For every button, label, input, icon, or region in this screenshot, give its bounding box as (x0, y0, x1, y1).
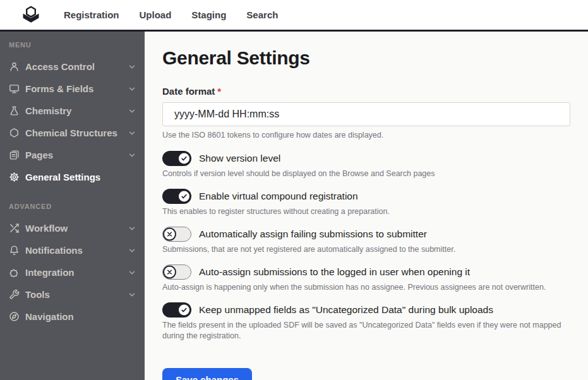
date-format-label: Date format (162, 86, 215, 97)
required-asterisk: * (217, 86, 221, 97)
toggle-virtual-compound-registration: Enable virtual compound registration Thi… (162, 189, 570, 217)
sidebar-section-advanced: ADVANCED (0, 203, 145, 210)
toggle-switch[interactable] (162, 189, 191, 204)
toggle-knob (163, 228, 176, 241)
toggle-knob (163, 265, 176, 278)
toggle-label: Keep unmapped fields as "Uncategorized D… (199, 304, 493, 316)
sidebar-item-tools[interactable]: Tools (0, 283, 145, 306)
toggle-help: Auto-assign is happening only when the s… (162, 282, 570, 293)
nav-item-registration[interactable]: Registration (64, 9, 119, 20)
sidebar-item-label: Chemistry (25, 105, 71, 116)
monitor-icon (9, 83, 20, 94)
sidebar-item-label: Integration (25, 267, 75, 278)
toggle-label: Automatically assign failing submissions… (199, 229, 427, 240)
sidebar-item-notifications[interactable]: Notifications (0, 239, 145, 261)
toggle-switch[interactable] (162, 302, 191, 318)
date-format-field: Date format * Use the ISO 8601 tokens to… (162, 86, 570, 140)
sidebar-item-workflow[interactable]: Workflow (0, 217, 145, 239)
date-format-input[interactable] (162, 102, 570, 126)
x-icon (166, 231, 173, 238)
toggle-auto-assign-on-open: Auto-assign submissions to the logged in… (162, 264, 570, 293)
sidebar-item-label: Forms & Fields (25, 83, 93, 94)
sidebar-item-label: Chemical Structures (25, 128, 117, 138)
pages-icon (9, 150, 20, 160)
top-navbar: Registration Upload Staging Search (0, 0, 588, 32)
sidebar-item-label: Access Control (25, 61, 95, 72)
chevron-down-icon (128, 151, 136, 160)
toggle-help: The fields present in the uploaded SDF w… (162, 320, 570, 341)
sidebar-item-label: Workflow (25, 223, 68, 234)
toggle-auto-assign-failing-submissions: Automatically assign failing submissions… (162, 227, 570, 255)
check-icon (181, 306, 188, 313)
bell-icon (9, 245, 20, 256)
toggle-help: This enables to register structures with… (162, 206, 570, 217)
compass-icon (9, 311, 20, 322)
hexagon-box-logo[interactable] (21, 4, 41, 26)
sidebar-item-integration[interactable]: Integration (0, 261, 145, 283)
sidebar-item-label: General Settings (25, 172, 100, 182)
save-changes-button[interactable]: Save changes (162, 368, 252, 380)
sidebar-item-label: Tools (25, 289, 50, 300)
sidebar-item-forms-fields[interactable]: Forms & Fields (0, 78, 145, 100)
chevron-down-icon (128, 85, 136, 93)
sidebar-item-label: Navigation (25, 311, 74, 322)
sidebar-item-navigation[interactable]: Navigation (0, 306, 145, 328)
chevron-down-icon (128, 129, 136, 138)
sidebar-section-menu: MENU (0, 41, 145, 49)
sidebar: MENU Access Control Forms (0, 32, 145, 380)
toggle-label: Enable virtual compound registration (199, 191, 358, 202)
page-title: General Settings (162, 47, 570, 69)
toggle-show-version-level: Show version level Controls if version l… (162, 151, 570, 179)
check-icon (181, 193, 188, 200)
chevron-down-icon (128, 268, 136, 277)
toggle-knob (177, 190, 191, 203)
shuffle-icon (9, 223, 20, 234)
main-content: General Settings Date format * Use the I… (145, 32, 588, 380)
toggle-label: Auto-assign submissions to the logged in… (199, 266, 470, 278)
toggle-switch[interactable] (162, 264, 191, 280)
chevron-down-icon (128, 62, 136, 71)
chevron-down-icon (128, 224, 136, 233)
gear-icon (9, 172, 20, 182)
user-icon (9, 61, 20, 72)
toggle-help: Submissions, that are not yet registered… (162, 244, 570, 255)
toggle-knob (177, 152, 191, 165)
toggle-label: Show version level (199, 153, 280, 164)
toggle-help: Controls if version level should be disp… (162, 169, 570, 179)
nav-item-search[interactable]: Search (246, 9, 278, 20)
sidebar-item-label: Notifications (25, 245, 83, 256)
x-icon (166, 268, 173, 275)
chevron-down-icon (128, 107, 136, 116)
toggle-keep-unmapped-fields: Keep unmapped fields as "Uncategorized D… (162, 302, 570, 341)
sidebar-item-general-settings[interactable]: General Settings (0, 166, 145, 188)
sidebar-item-pages[interactable]: Pages (0, 144, 145, 166)
app-window: Registration Upload Staging Search MENU … (0, 0, 588, 380)
flask-icon (9, 105, 20, 116)
check-icon (181, 155, 188, 162)
chevron-down-icon (128, 246, 136, 255)
hexagon-icon (9, 128, 20, 138)
chevron-down-icon (128, 290, 136, 299)
sidebar-item-label: Pages (25, 150, 53, 160)
nav-item-staging[interactable]: Staging (191, 9, 226, 20)
nav-item-upload[interactable]: Upload (140, 9, 172, 20)
sidebar-item-access-control[interactable]: Access Control (0, 56, 145, 78)
toggle-knob (177, 303, 191, 316)
toggle-switch[interactable] (162, 151, 191, 166)
puzzle-icon (9, 267, 20, 278)
toggle-switch[interactable] (162, 227, 191, 242)
sidebar-item-chemistry[interactable]: Chemistry (0, 100, 145, 122)
topnav-links: Registration Upload Staging Search (64, 9, 278, 20)
wrench-icon (9, 289, 20, 300)
date-format-help: Use the ISO 8601 tokens to configure how… (162, 130, 570, 140)
sidebar-item-chemical-structures[interactable]: Chemical Structures (0, 122, 145, 144)
